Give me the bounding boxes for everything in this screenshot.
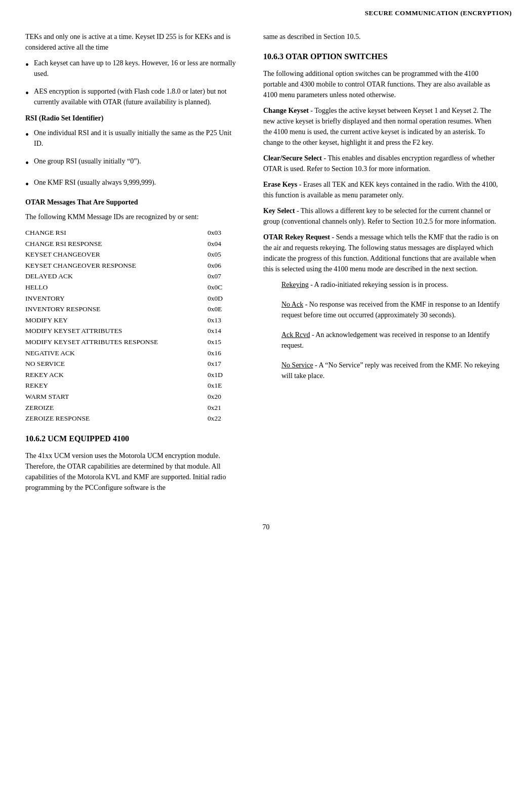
- table-row: CHANGE RSI RESPONSE0x04: [25, 238, 238, 249]
- table-row: NO SERVICE0x17: [25, 358, 238, 369]
- clear-secure-para: Clear/Secure Select - This enables and d…: [263, 153, 501, 174]
- otar-intro: The following KMM Message IDs are recogn…: [25, 212, 238, 222]
- continued-text: same as described in Section 10.5.: [263, 31, 501, 42]
- table-row: REKEY ACK0x1D: [25, 369, 238, 381]
- table-value: 0x0C: [208, 282, 238, 293]
- table-row: MODIFY KEYSET ATTRIBUTES RESPONSE0x15: [25, 337, 238, 348]
- otar-options-intro: The following additional option switches…: [263, 68, 501, 100]
- table-label: WARM START: [25, 391, 208, 402]
- change-keyset-term: Change Keyset: [263, 107, 309, 114]
- table-label: KEYSET CHANGEOVER RESPONSE: [25, 260, 208, 271]
- table-label: REKEY ACK: [25, 369, 208, 381]
- key-select-term: Key Select: [263, 207, 295, 215]
- table-row: HELLO0x0C: [25, 282, 238, 293]
- status-text: - A radio-initiated rekeying session is …: [309, 281, 448, 288]
- ucm-heading: 10.6.2 UCM EQUIPPED 4100: [25, 434, 238, 443]
- key-select-para: Key Select - This allows a different key…: [263, 205, 501, 227]
- bullet-keyset-keys: • Each keyset can have up to 128 keys. H…: [25, 58, 238, 79]
- table-row: KEYSET CHANGEOVER0x05: [25, 249, 238, 260]
- rsi-bullet-3: • One KMF RSI (usually always 9,999,999)…: [25, 177, 238, 191]
- right-column: same as described in Section 10.5. 10.6.…: [253, 21, 521, 508]
- table-value: 0x04: [208, 238, 238, 249]
- table-value: 0x17: [208, 358, 238, 369]
- table-label: NEGATIVE ACK: [25, 348, 208, 359]
- table-label: NO SERVICE: [25, 358, 208, 369]
- table-value: 0x1D: [208, 369, 238, 381]
- table-value: 0x16: [208, 348, 238, 359]
- rsi-bullet-1-text: One individual RSI and it is usually ini…: [34, 128, 238, 149]
- erase-keys-text: - Erases all TEK and KEK keys contained …: [263, 181, 498, 199]
- table-row: MODIFY KEYSET ATTRIBUTES0x14: [25, 325, 238, 337]
- status-text: - No response was received from the KMF …: [281, 301, 500, 319]
- table-label: REKEY: [25, 380, 208, 391]
- status-label: Ack Rcvd: [281, 331, 310, 339]
- rsi-bullet-2: • One group RSI (usually initially “0”).: [25, 156, 238, 170]
- table-label: ZEROIZE: [25, 402, 208, 413]
- page-number: 70: [0, 523, 532, 531]
- clear-secure-term: Clear/Secure Select: [263, 154, 322, 162]
- ucm-text: The 41xx UCM version uses the Motorola U…: [25, 450, 238, 493]
- table-label: MODIFY KEY: [25, 315, 208, 326]
- header-title: SECURE COMMUNICATION (ENCRYPTION): [365, 9, 512, 17]
- erase-keys-term: Erase Keys: [263, 181, 297, 188]
- table-row: KEYSET CHANGEOVER RESPONSE0x06: [25, 260, 238, 271]
- table-value: 0x07: [208, 271, 238, 282]
- otar-heading: OTAR Messages That Are Supported: [25, 198, 238, 206]
- erase-keys-para: Erase Keys - Erases all TEK and KEK keys…: [263, 179, 501, 200]
- page: SECURE COMMUNICATION (ENCRYPTION) TEKs a…: [0, 0, 532, 791]
- bullet-dot-2: •: [25, 86, 29, 100]
- table-value: 0x06: [208, 260, 238, 271]
- table-value: 0x14: [208, 325, 238, 337]
- table-value: 0x1E: [208, 380, 238, 391]
- bullet-dot-5: •: [25, 177, 29, 191]
- table-value: 0x21: [208, 402, 238, 413]
- table-label: ZEROIZE RESPONSE: [25, 413, 208, 424]
- table-row: WARM START0x20: [25, 391, 238, 402]
- table-value: 0x0D: [208, 293, 238, 304]
- content-area: TEKs and only one is active at a time. K…: [0, 21, 532, 508]
- status-items: Rekeying - A radio-initiated rekeying se…: [263, 279, 501, 381]
- table-label: INVENTORY: [25, 293, 208, 304]
- status-label: No Ack: [281, 301, 303, 308]
- table-row: MODIFY KEY0x13: [25, 315, 238, 326]
- status-text: - A “No Service” reply was received from…: [281, 361, 499, 380]
- bullet-dot-4: •: [25, 156, 29, 170]
- otar-options-heading: 10.6.3 OTAR OPTION SWITCHES: [263, 52, 501, 61]
- table-row: NEGATIVE ACK0x16: [25, 348, 238, 359]
- otar-table: CHANGE RSI0x03CHANGE RSI RESPONSE0x04KEY…: [25, 227, 238, 424]
- table-row: ZEROIZE RESPONSE0x22: [25, 413, 238, 424]
- table-label: INVENTORY RESPONSE: [25, 304, 208, 315]
- change-keyset-para: Change Keyset - Toggles the active keyse…: [263, 105, 501, 148]
- table-row: INVENTORY RESPONSE0x0E: [25, 304, 238, 315]
- left-column: TEKs and only one is active at a time. K…: [0, 21, 253, 508]
- table-value: 0x0E: [208, 304, 238, 315]
- bullet-dot: •: [25, 58, 29, 72]
- table-value: 0x20: [208, 391, 238, 402]
- bullet-keyset-keys-text: Each keyset can have up to 128 keys. How…: [34, 58, 238, 79]
- page-header: SECURE COMMUNICATION (ENCRYPTION): [0, 0, 532, 21]
- table-row: DELAYED ACK0x07: [25, 271, 238, 282]
- status-block: Rekeying - A radio-initiated rekeying se…: [281, 279, 501, 290]
- table-label: MODIFY KEYSET ATTRIBUTES: [25, 325, 208, 337]
- table-row: CHANGE RSI0x03: [25, 227, 238, 238]
- table-label: CHANGE RSI: [25, 227, 208, 238]
- table-value: 0x05: [208, 249, 238, 260]
- table-label: DELAYED ACK: [25, 271, 208, 282]
- table-label: KEYSET CHANGEOVER: [25, 249, 208, 260]
- table-value: 0x15: [208, 337, 238, 348]
- intro-text: TEKs and only one is active at a time. K…: [25, 31, 238, 53]
- rsi-heading: RSI (Radio Set Identifier): [25, 114, 238, 122]
- table-label: MODIFY KEYSET ATTRIBUTES RESPONSE: [25, 337, 208, 348]
- table-row: INVENTORY0x0D: [25, 293, 238, 304]
- table-value: 0x13: [208, 315, 238, 326]
- status-label: Rekeying: [281, 281, 309, 288]
- rsi-bullet-1: • One individual RSI and it is usually i…: [25, 128, 238, 149]
- status-text: - An acknowledgement was received in res…: [281, 331, 490, 349]
- table-row: ZEROIZE0x21: [25, 402, 238, 413]
- rsi-bullet-3-text: One KMF RSI (usually always 9,999,999).: [34, 177, 156, 188]
- status-block: No Service - A “No Service” reply was re…: [281, 360, 501, 381]
- bullet-aes: • AES encryption is supported (with Flas…: [25, 86, 238, 107]
- otar-rekey-term: OTAR Rekey Request: [263, 233, 330, 241]
- status-label: No Service: [281, 361, 313, 369]
- bullet-aes-text: AES encryption is supported (with Flash …: [34, 86, 238, 107]
